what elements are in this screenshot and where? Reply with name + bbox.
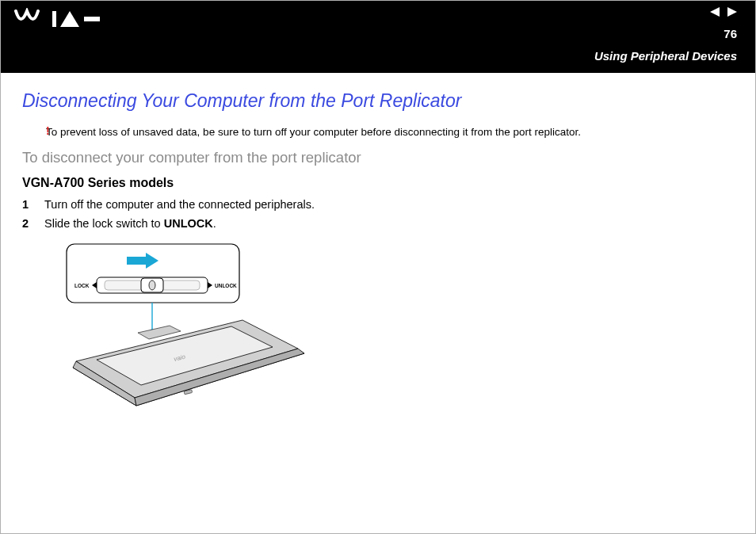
step-1: 1 Turn off the computer and the connecte… xyxy=(22,198,734,211)
diagram: LOCK UNLOCK vaio xyxy=(65,242,734,412)
step-number: 1 xyxy=(22,198,32,211)
nav-arrows xyxy=(708,6,739,17)
page-heading: Disconnecting Your Computer from the Por… xyxy=(22,90,734,112)
warning-text: To prevent loss of unsaved data, be sure… xyxy=(46,126,734,138)
svg-point-7 xyxy=(149,280,155,290)
step-text: Slide the lock switch to UNLOCK. xyxy=(44,217,216,230)
svg-rect-0 xyxy=(52,11,56,27)
warning-block: ! To prevent loss of unsaved data, be su… xyxy=(46,126,734,138)
svg-rect-1 xyxy=(84,17,100,21)
step-text: Turn off the computer and the connected … xyxy=(44,198,315,211)
step-number: 2 xyxy=(22,217,32,230)
step-2: 2 Slide the lock switch to UNLOCK. xyxy=(22,217,734,230)
page-number: 76 xyxy=(724,27,737,40)
prev-page-icon[interactable] xyxy=(708,6,721,17)
unlock-label: UNLOCK xyxy=(215,283,237,288)
subheading: To disconnect your computer from the por… xyxy=(22,149,734,166)
next-page-icon[interactable] xyxy=(726,6,739,17)
section-title: Using Peripheral Devices xyxy=(594,49,737,63)
svg-rect-3 xyxy=(127,257,146,265)
warning-icon: ! xyxy=(46,124,50,137)
svg-rect-2 xyxy=(67,244,239,303)
steps-list: 1 Turn off the computer and the connecte… xyxy=(22,198,734,230)
header-bar: 76 Using Peripheral Devices xyxy=(0,0,756,73)
series-title: VGN-A700 Series models xyxy=(22,176,734,190)
vaio-logo xyxy=(14,8,101,30)
page-content: Disconnecting Your Computer from the Por… xyxy=(0,73,756,412)
port-replicator-diagram: LOCK UNLOCK vaio xyxy=(65,242,311,409)
lock-label: LOCK xyxy=(74,283,90,288)
